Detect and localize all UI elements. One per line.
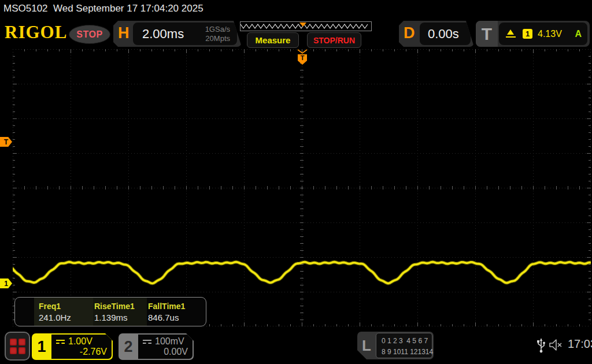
trigger-level-marker[interactable]: T <box>0 137 12 147</box>
logic-row-1: 0 1 2 3 4 5 6 7 <box>382 336 432 347</box>
measurement-overlay[interactable]: Freq1 241.0Hz RiseTime1 1.139ms FallTime… <box>14 297 206 326</box>
menu-grid-icon[interactable] <box>5 332 30 361</box>
delay-value: 0.00s <box>428 23 459 45</box>
logic-row-2: 8 9 1011 12131415 <box>382 347 432 358</box>
channel2-scale-row: 100mV <box>143 336 184 347</box>
usb-icon <box>536 337 546 353</box>
stop-run-button[interactable]: STOP/RUN <box>307 32 361 48</box>
channel1-scale-row: 1.00V <box>56 336 92 347</box>
speaker-muted-icon <box>549 339 563 351</box>
dc-coupling-icon <box>56 340 65 344</box>
timebase-value: 2.00ms <box>142 23 184 45</box>
menu-square <box>10 347 17 354</box>
measurement-label: FallTime1 <box>148 302 185 311</box>
memory-position-icon <box>299 23 306 27</box>
rigol-logo: RIGOL <box>5 22 67 43</box>
channel2-scale: 100mV <box>155 336 184 347</box>
channel2-settings: 100mV 0.00V <box>138 335 193 359</box>
trigger-panel[interactable]: T 1 4.13V A <box>476 21 590 47</box>
graticule <box>13 49 591 326</box>
channel2-offset: 0.00V <box>164 347 188 357</box>
trigger-level-value: 4.13V <box>538 29 562 39</box>
model-datetime-text: MSO5102 Wed September 17 17:04:20 2025 <box>3 3 204 14</box>
waveform-memory-bar[interactable] <box>240 21 372 31</box>
trigger-position-marker[interactable]: T <box>297 49 308 65</box>
oscilloscope-screen: MSO5102 Wed September 17 17:04:20 2025 R… <box>0 0 592 364</box>
delay-inner: 0.00s <box>420 23 471 45</box>
horizontal-label: H <box>118 24 130 42</box>
measurement-label: Freq1 <box>39 302 61 311</box>
memory-depth: 20Mpts <box>205 34 230 43</box>
menu-square <box>18 339 25 346</box>
delay-panel[interactable]: D 0.00s <box>399 21 474 47</box>
trigger-inner: 1 4.13V A <box>499 23 587 45</box>
svg-text:T: T <box>301 54 305 61</box>
measurement-value: 1.139ms <box>94 313 128 322</box>
trigger-source-badge: 1 <box>523 29 532 39</box>
channel2-badge[interactable]: 2 100mV 0.00V <box>119 333 194 360</box>
channel1-badge[interactable]: 1 1.00V -2.76V <box>32 333 113 360</box>
measurement-value: 241.0Hz <box>39 313 71 322</box>
measurement-label: RiseTime1 <box>94 302 135 311</box>
channel1-offset: -2.76V <box>80 347 107 357</box>
channel1-number: 1 <box>32 333 51 360</box>
measurement-value: 846.7us <box>148 313 179 322</box>
trigger-slope-icon <box>505 28 517 40</box>
menu-square <box>10 339 17 346</box>
horizontal-inner: 2.00ms 1GSa/s 20Mpts <box>133 23 237 45</box>
measure-button[interactable]: Measure <box>247 32 299 48</box>
logic-channels-badge[interactable]: L 0 1 2 3 4 5 6 7 8 9 1011 12131415 <box>357 332 434 359</box>
channel1-offset-marker[interactable]: 1 <box>0 278 12 288</box>
trigger-mode: A <box>575 29 582 39</box>
acquisition-info: 1GSa/s 20Mpts <box>205 25 230 43</box>
dc-coupling-icon <box>143 340 151 344</box>
clock-text: 17:03 <box>568 337 592 351</box>
logic-label: L <box>357 332 376 359</box>
channel2-number: 2 <box>119 333 138 360</box>
trigger-label: T <box>476 21 498 47</box>
channel1-settings: 1.00V -2.76V <box>51 335 112 359</box>
channel1-scale: 1.00V <box>68 336 92 347</box>
menu-square <box>18 347 25 354</box>
run-state-badge: STOP <box>69 25 110 44</box>
sample-rate: 1GSa/s <box>205 25 230 34</box>
delay-label: D <box>404 24 415 42</box>
horizontal-panel[interactable]: H 2.00ms 1GSa/s 20Mpts <box>113 21 242 47</box>
logic-channel-list: 0 1 2 3 4 5 6 7 8 9 1011 12131415 <box>376 333 432 358</box>
